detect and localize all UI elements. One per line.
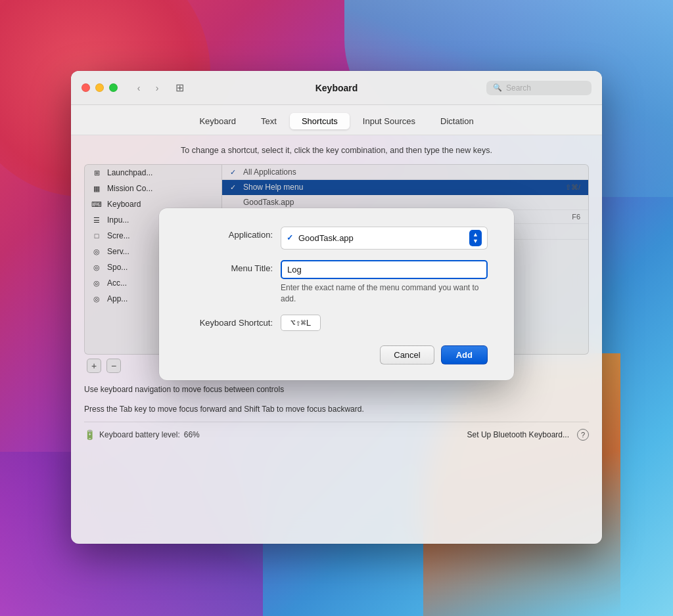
menu-title-control: Enter the exact name of the menu command… — [281, 260, 488, 305]
application-row: Application: ✓ GoodTask.app ▲ ▼ — [185, 227, 488, 250]
keyboard-shortcut-control: ⌥⇧⌘L — [281, 315, 488, 331]
menu-title-input[interactable] — [281, 260, 488, 279]
keyboard-shortcut-display[interactable]: ⌥⇧⌘L — [281, 315, 321, 331]
modal-buttons: Cancel Add — [185, 345, 488, 364]
app-checkmark-icon: ✓ — [287, 233, 293, 242]
application-label: Application: — [185, 227, 281, 240]
select-arrows-icon: ▲ ▼ — [469, 230, 482, 246]
menu-title-hint: Enter the exact name of the menu command… — [281, 282, 488, 305]
keyboard-shortcut-row: Keyboard Shortcut: ⌥⇧⌘L — [185, 315, 488, 331]
application-select-wrapper: ✓ GoodTask.app ▲ ▼ — [281, 227, 488, 250]
add-shortcut-dialog: Application: ✓ GoodTask.app ▲ ▼ Menu Tit… — [159, 208, 514, 381]
cancel-button[interactable]: Cancel — [380, 345, 434, 364]
keyboard-preferences-window: ‹ › ⊞ Keyboard 🔍 Search Keyboard Text Sh… — [71, 71, 602, 544]
add-button[interactable]: Add — [441, 345, 488, 364]
modal-overlay: Application: ✓ GoodTask.app ▲ ▼ Menu Tit… — [71, 71, 602, 544]
menu-title-row: Menu Title: Enter the exact name of the … — [185, 260, 488, 305]
keyboard-shortcut-label: Keyboard Shortcut: — [185, 315, 281, 328]
application-value: GoodTask.app — [298, 233, 464, 243]
menu-title-label: Menu Title: — [185, 260, 281, 273]
application-dropdown[interactable]: ✓ GoodTask.app ▲ ▼ — [281, 227, 488, 250]
